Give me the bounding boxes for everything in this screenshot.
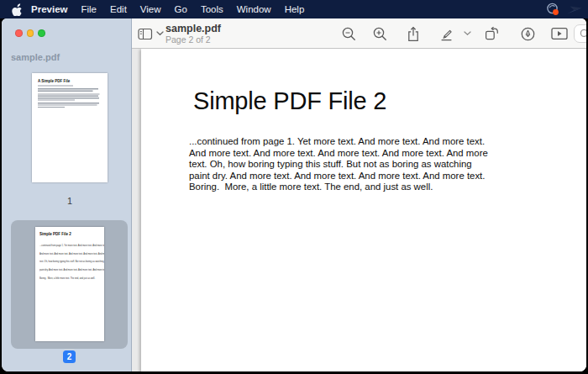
sidebar-filename: sample.pdf	[11, 52, 60, 62]
document-title-block: sample.pdf Page 2 of 2	[165, 23, 221, 45]
form-fill-pen-icon[interactable]	[518, 18, 537, 49]
thumb2-body: ...continued from page 1. Yet more text.…	[39, 239, 100, 284]
minimize-button[interactable]	[27, 29, 34, 37]
traffic-lights	[15, 29, 45, 37]
pdf-body-line: Boring. More, a little more text. The en…	[189, 182, 488, 193]
send-arrow-icon[interactable]	[566, 3, 583, 15]
menu-tools[interactable]: Tools	[194, 0, 230, 18]
markup-pencil-icon[interactable]	[437, 18, 455, 49]
share-icon[interactable]	[405, 18, 422, 49]
menu-window[interactable]: Window	[230, 0, 278, 18]
pdf-body-line: And more text. And more text. And more t…	[189, 148, 488, 160]
thumbnail-page-2[interactable]: Simple PDF File 2 ...continued from page…	[35, 227, 104, 341]
rotate-icon[interactable]	[482, 18, 501, 49]
document-title: sample.pdf	[165, 23, 221, 34]
sidebar-dropdown-chevron-icon[interactable]	[155, 18, 165, 49]
menu-edit[interactable]: Edit	[103, 0, 134, 18]
search-icon	[580, 29, 586, 40]
sidebar-toggle-icon[interactable]	[136, 18, 155, 49]
preview-window: sample.pdf A Simple PDF File 1 Simple PD…	[2, 18, 586, 371]
menubar: Preview File Edit View Go Tools Window H…	[0, 0, 588, 18]
slideshow-icon[interactable]	[549, 18, 570, 49]
zoom-out-icon[interactable]	[339, 18, 358, 49]
menu-view[interactable]: View	[134, 0, 168, 18]
main-area: sample.pdf Page 2 of 2	[132, 18, 586, 371]
close-button[interactable]	[15, 29, 23, 37]
menu-help[interactable]: Help	[278, 0, 312, 18]
screen: Preview File Edit View Go Tools Window H…	[0, 0, 588, 374]
thumb2-title: Simple PDF File 2	[39, 232, 100, 236]
pdf-body-line: text. Oh, how boring typing this stuff. …	[189, 159, 488, 171]
apple-menu-icon[interactable]	[11, 3, 22, 16]
thumbnail-sidebar: sample.pdf A Simple PDF File 1 Simple PD…	[2, 18, 132, 371]
search-field[interactable]	[574, 24, 586, 43]
menu-go[interactable]: Go	[168, 0, 194, 18]
page-indicator: Page 2 of 2	[165, 34, 221, 45]
zoom-in-icon[interactable]	[370, 18, 389, 49]
zoom-button[interactable]	[38, 29, 45, 37]
thumbnail-page-1[interactable]: A Simple PDF File	[32, 73, 108, 182]
menu-preview[interactable]: Preview	[22, 0, 74, 18]
page-2-badge: 2	[63, 350, 76, 363]
pdf-body: ...continued from page 1. Yet more text.…	[189, 136, 488, 193]
thumbnail-page-2-selected[interactable]: Simple PDF File 2 ...continued from page…	[11, 220, 128, 349]
pdf-body-line: paint dry. And more text. And more text.…	[189, 171, 488, 182]
pdf-page: Simple PDF File 2 ...continued from page…	[141, 49, 586, 371]
status-circle-icon[interactable]	[546, 3, 560, 16]
page-1-label: 1	[32, 196, 108, 206]
menu-file[interactable]: File	[74, 0, 103, 18]
pdf-heading: Simple PDF File 2	[193, 87, 386, 115]
markup-dropdown-chevron-icon[interactable]	[461, 18, 473, 49]
toolbar: sample.pdf Page 2 of 2	[132, 18, 586, 49]
pdf-body-line: ...continued from page 1. Yet more text.…	[189, 136, 488, 148]
thumb1-title: A Simple PDF File	[38, 79, 102, 83]
document-view[interactable]: Simple PDF File 2 ...continued from page…	[132, 49, 586, 371]
